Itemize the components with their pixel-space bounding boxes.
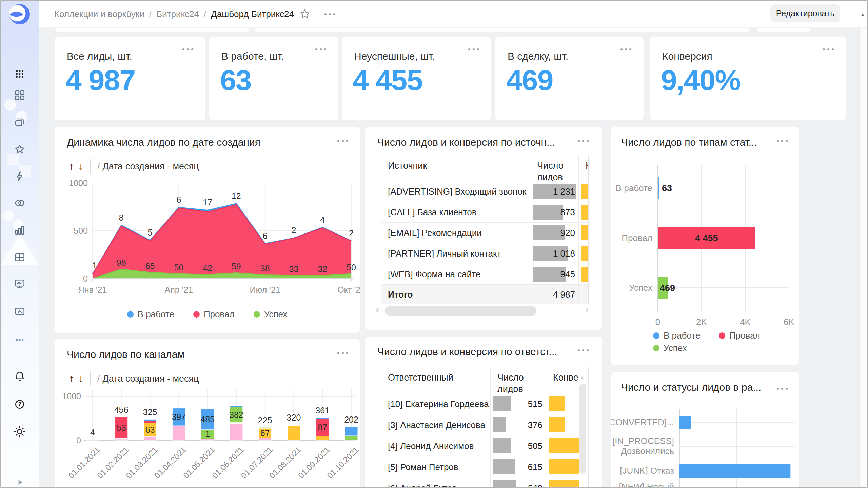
legend-item[interactable]: Провал bbox=[719, 330, 760, 341]
page-scrollbar[interactable] bbox=[859, 28, 867, 487]
sidebar-expand-icon[interactable] bbox=[15, 477, 27, 488]
bar-segment[interactable] bbox=[144, 419, 157, 421]
bar-segment[interactable] bbox=[172, 426, 185, 440]
bar-segment[interactable] bbox=[86, 440, 99, 440]
legend-item[interactable]: Успех bbox=[653, 343, 687, 353]
kpi-card: В работе, шт.63 bbox=[209, 37, 338, 120]
bar-segment[interactable] bbox=[345, 436, 358, 440]
scroll-right-icon[interactable]: › bbox=[585, 303, 589, 315]
sidebar-item-datasets[interactable] bbox=[14, 197, 25, 209]
bar[interactable] bbox=[679, 464, 790, 478]
datalens-logo[interactable] bbox=[1, 1, 39, 27]
table-cell: [PARTNER] Личный контакт bbox=[381, 243, 530, 264]
bar-segment[interactable] bbox=[345, 427, 358, 436]
legend-item[interactable]: В работе bbox=[653, 330, 700, 341]
breadcrumb-item[interactable]: Коллекции и воркбуки bbox=[54, 9, 144, 19]
card-menu-icon[interactable] bbox=[578, 140, 589, 142]
bar-segment[interactable] bbox=[287, 425, 300, 440]
svg-text:0: 0 bbox=[83, 274, 88, 283]
breadcrumb-more-icon[interactable] bbox=[324, 13, 335, 15]
scroll-left-icon[interactable]: ‹ bbox=[376, 303, 379, 315]
table-header-row[interactable]: ОтветственныйЧисло лидовКонверсия bbox=[381, 367, 588, 393]
leads-value: 945 bbox=[560, 269, 575, 280]
card-menu-icon[interactable] bbox=[823, 48, 834, 50]
help-icon[interactable]: ? bbox=[14, 399, 25, 410]
bar-segment[interactable] bbox=[230, 424, 243, 440]
sidebar-item-collections[interactable] bbox=[14, 117, 25, 128]
bar-segment[interactable] bbox=[316, 418, 329, 419]
table-row[interactable]: [4] Леонид Анисимов505 bbox=[381, 435, 588, 456]
legend-item[interactable]: Провал bbox=[193, 309, 235, 320]
sidebar-item-favorites[interactable] bbox=[14, 144, 25, 155]
kpi-value: 469 bbox=[506, 63, 553, 97]
status-bar-chart: 634 455469В работеПровалУспех02K4K6K bbox=[611, 127, 799, 330]
table-total-row[interactable]: Итого4 987 bbox=[381, 285, 588, 304]
table-row[interactable]: [10] Екатерина Гордеева515 bbox=[381, 393, 588, 414]
column-header[interactable]: Ответственный bbox=[381, 367, 491, 393]
breadcrumb-item[interactable]: Битрикс24 bbox=[156, 9, 199, 19]
apps-menu-icon[interactable] bbox=[14, 68, 25, 80]
card-status-types: Число лидов по типам стат... 634 455469В… bbox=[611, 127, 799, 365]
conversion-bar bbox=[581, 267, 589, 282]
notifications-bell-icon[interactable] bbox=[14, 371, 25, 382]
breadcrumb-item[interactable]: Дашборд Битрикс24 bbox=[211, 9, 294, 19]
bar[interactable] bbox=[658, 177, 659, 199]
card-menu-icon[interactable] bbox=[578, 349, 589, 351]
horizontal-scrollbar[interactable] bbox=[385, 306, 536, 316]
table-row[interactable]: [PARTNER] Личный контакт1 018 bbox=[381, 243, 588, 264]
card-menu-icon[interactable] bbox=[468, 48, 479, 50]
bar-segment[interactable] bbox=[259, 427, 272, 428]
table-row[interactable]: [6] Андрей Бутов649 bbox=[381, 477, 588, 488]
legend-dot bbox=[719, 332, 725, 339]
svg-text:42: 42 bbox=[203, 263, 212, 273]
table-cell: [ADVERTISING] Входящий звонок bbox=[381, 181, 530, 202]
card-menu-icon[interactable] bbox=[315, 48, 326, 50]
sidebar-item-navigation[interactable] bbox=[14, 89, 25, 101]
breadcrumb-separator: / bbox=[204, 9, 206, 19]
sidebar-item-storage[interactable] bbox=[14, 306, 25, 317]
scroll-up-icon[interactable]: ▲ bbox=[860, 12, 865, 18]
legend-label: В работе bbox=[138, 309, 174, 320]
settings-gear-icon[interactable] bbox=[14, 426, 25, 438]
column-header[interactable]: Число лидов bbox=[530, 155, 579, 181]
sidebar-item-dashboards[interactable] bbox=[14, 279, 25, 290]
table-row[interactable]: [CALL] База клиентов873 bbox=[381, 202, 588, 223]
sidebar-item-connections[interactable] bbox=[14, 170, 25, 182]
scroll-up-icon[interactable]: ▲ bbox=[580, 374, 585, 380]
bar[interactable] bbox=[679, 416, 691, 429]
legend-item[interactable]: В работе bbox=[127, 309, 174, 320]
bar-segment[interactable] bbox=[201, 439, 214, 440]
vertical-scrollbar[interactable] bbox=[579, 384, 586, 474]
bar-segment[interactable] bbox=[230, 406, 243, 407]
bar-segment[interactable] bbox=[259, 438, 272, 440]
card-menu-icon[interactable] bbox=[620, 48, 631, 50]
table-header-row[interactable]: ИсточникЧисло лидовКонверсия bbox=[381, 155, 588, 181]
sidebar-item-tables[interactable] bbox=[14, 251, 25, 263]
column-header[interactable]: Конверсия bbox=[579, 155, 589, 181]
table-cell: Итого bbox=[381, 285, 530, 304]
favorite-star-icon[interactable] bbox=[299, 8, 311, 20]
table-row[interactable]: [WEB] Форма на сайте945 bbox=[381, 264, 588, 285]
column-header[interactable]: Источник bbox=[381, 155, 530, 181]
bar-segment[interactable] bbox=[287, 425, 300, 426]
leads-value: 920 bbox=[560, 228, 575, 238]
kpi-card: В сделку, шт.469 bbox=[495, 37, 644, 120]
table-row[interactable]: [3] Анастасия Денисова376 bbox=[381, 414, 588, 435]
sources-table: ИсточникЧисло лидовКонверсия[ADVERTISING… bbox=[381, 155, 589, 304]
edit-button[interactable]: Редактировать bbox=[770, 4, 840, 22]
card-menu-icon[interactable] bbox=[182, 48, 193, 50]
table-row[interactable]: [ADVERTISING] Входящий звонок1 231 bbox=[381, 181, 588, 202]
bar-segment[interactable] bbox=[144, 436, 157, 440]
bar-segment[interactable] bbox=[316, 436, 329, 440]
leads-value: 505 bbox=[528, 441, 542, 451]
sidebar-more-icon[interactable] bbox=[14, 334, 25, 346]
table-row[interactable]: [5] Роман Петров615 bbox=[381, 456, 588, 477]
table-row[interactable]: [EMAIL] Рекомендации920 bbox=[381, 223, 588, 243]
card-title: Число лидов и конверсия по ответст... bbox=[377, 346, 557, 358]
bar-segment[interactable] bbox=[144, 421, 157, 423]
sidebar-item-charts[interactable] bbox=[14, 224, 25, 236]
legend-item[interactable]: Успех bbox=[254, 309, 288, 320]
card-title: Число лидов и конверсия по источн... bbox=[377, 137, 555, 148]
column-header[interactable]: Конверсия bbox=[546, 367, 579, 393]
column-header[interactable]: Число лидов bbox=[491, 367, 546, 393]
